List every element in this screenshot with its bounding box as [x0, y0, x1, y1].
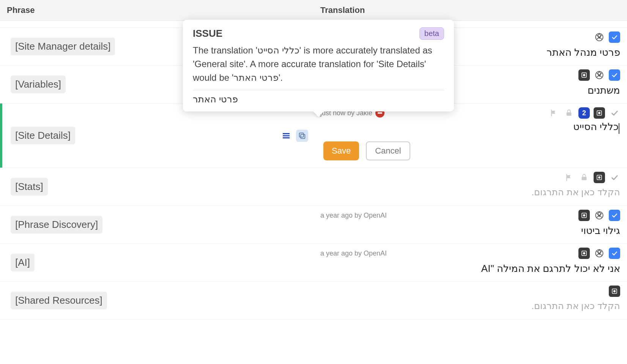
phrase-cell[interactable]: [AI]	[0, 244, 314, 282]
revision-count: 2	[582, 109, 586, 117]
svg-rect-8	[299, 133, 304, 137]
translation-cell[interactable]: הקלד כאן את התרגום.	[314, 168, 627, 206]
action-buttons: Save Cancel	[320, 141, 620, 160]
flag-icon[interactable]	[548, 107, 559, 119]
target-icon[interactable]	[609, 286, 620, 297]
list-view-icon[interactable]	[280, 130, 292, 142]
phrase-chip: [Site Details]	[11, 127, 75, 144]
svg-rect-7	[301, 134, 305, 138]
svg-rect-4	[283, 133, 290, 134]
phrase-cell[interactable]: [Phrase Discovery]	[0, 206, 314, 244]
popover-divider	[193, 90, 444, 90]
translation-text: אני לא יכול לתרגם את המילה "AI	[320, 263, 620, 275]
translation-placeholder: הקלד כאן את התרגום.	[320, 187, 620, 198]
save-button[interactable]: Save	[323, 141, 359, 160]
translation-text: גילוי ביטוי	[320, 225, 620, 237]
svg-point-19	[583, 253, 585, 254]
row-icons	[578, 210, 620, 221]
unapproved-check-icon[interactable]	[609, 172, 620, 183]
translation-cell[interactable]: a year ago by OpenAI גילוי ביטוי	[314, 206, 627, 244]
target-icon[interactable]	[594, 107, 605, 119]
active-indicator	[0, 104, 2, 168]
svg-point-2	[583, 74, 585, 76]
phrase-chip: [Variables]	[11, 75, 66, 93]
copy-icon[interactable]	[296, 130, 308, 142]
openai-icon	[594, 248, 605, 259]
row-icons	[578, 69, 620, 81]
phrase-chip: [AI]	[11, 254, 35, 271]
translation-placeholder: הקלד כאן את התרגום.	[320, 301, 620, 311]
svg-rect-5	[283, 135, 290, 136]
popover-title: ISSUE	[193, 28, 222, 39]
target-icon[interactable]	[578, 69, 590, 81]
phrase-chip: [Stats]	[11, 178, 48, 196]
revision-count-badge[interactable]: 2	[578, 107, 590, 119]
approved-check-icon[interactable]	[609, 31, 620, 43]
phrase-chip: [Phrase Discovery]	[11, 216, 102, 234]
approved-check-icon[interactable]	[609, 69, 620, 81]
approved-check-icon[interactable]	[609, 248, 620, 259]
phrase-chip: [Site Manager details]	[11, 38, 115, 55]
popover-suggestion[interactable]: פרטי האתר	[193, 94, 444, 105]
openai-icon	[594, 31, 605, 43]
flag-icon[interactable]	[563, 172, 575, 183]
header-translation: Translation	[314, 0, 627, 21]
translation-cell-active[interactable]: just now by Jakie 2 כללי הסייט Save Canc…	[314, 104, 627, 168]
target-icon[interactable]	[578, 248, 590, 259]
cancel-button[interactable]: Cancel	[366, 141, 410, 160]
phrase-side-tools	[280, 130, 308, 142]
phrase-cell-active[interactable]: [Site Details]	[0, 104, 314, 168]
approved-check-icon[interactable]	[609, 210, 620, 221]
row-icons	[609, 286, 620, 297]
openai-icon	[594, 210, 605, 221]
lock-icon[interactable]	[578, 172, 590, 183]
svg-rect-12	[582, 177, 587, 180]
text-cursor	[619, 123, 619, 134]
translation-input[interactable]: כללי הסייט	[320, 121, 620, 134]
svg-point-22	[614, 290, 616, 292]
row-icons	[594, 31, 620, 43]
phrase-cell[interactable]: [Shared Resources]	[0, 282, 314, 320]
row-icons	[578, 248, 620, 259]
translation-cell[interactable]: a year ago by OpenAI אני לא יכול לתרגם א…	[314, 244, 627, 282]
issue-popover: ISSUE beta The translation 'כללי הסייט' …	[183, 20, 454, 111]
svg-rect-9	[567, 112, 572, 116]
svg-rect-6	[283, 137, 290, 138]
translation-cell[interactable]: הקלד כאן את התרגום.	[314, 282, 627, 320]
beta-badge: beta	[419, 27, 444, 40]
popover-body: The translation 'כללי הסייט' is more acc…	[193, 44, 444, 85]
unapproved-check-icon[interactable]	[609, 107, 620, 119]
row-icons	[563, 172, 620, 183]
lock-icon[interactable]	[563, 107, 575, 119]
phrase-cell[interactable]: [Stats]	[0, 168, 314, 206]
translation-input-text: כללי הסייט	[573, 121, 619, 132]
svg-point-11	[599, 112, 600, 114]
svg-point-16	[583, 215, 585, 217]
openai-icon	[594, 69, 605, 81]
meta-text: a year ago by OpenAI	[320, 212, 387, 220]
header-phrase: Phrase	[0, 0, 314, 21]
meta-text: a year ago by OpenAI	[320, 249, 387, 257]
svg-point-14	[599, 177, 600, 179]
phrase-chip: [Shared Resources]	[11, 292, 107, 309]
target-icon[interactable]	[578, 210, 590, 221]
row-icons: 2	[548, 107, 620, 119]
target-icon[interactable]	[594, 172, 605, 183]
